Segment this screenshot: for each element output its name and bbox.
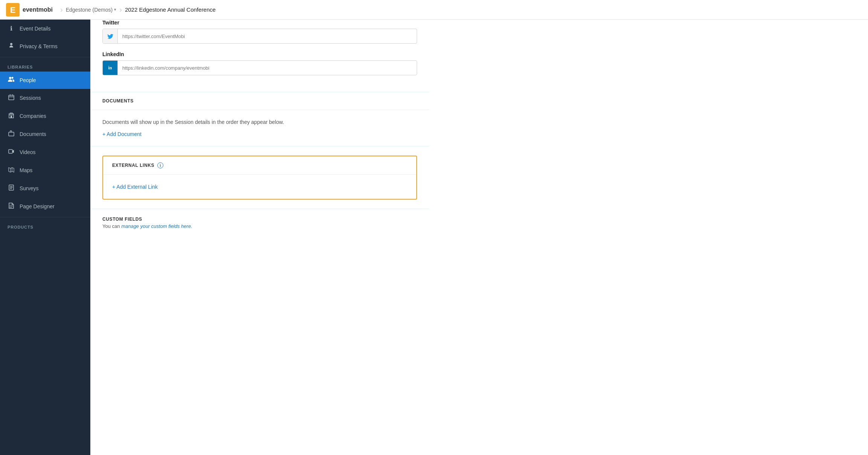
linkedin-field-group: LinkedIn in	[102, 51, 417, 75]
breadcrumb-separator-1: ›	[60, 5, 63, 14]
svg-rect-5	[9, 132, 14, 136]
add-document-button[interactable]: + Add Document	[102, 131, 142, 137]
external-links-section-label: EXTERNAL LINKS	[112, 163, 154, 168]
sidebar-item-label: Sessions	[20, 95, 41, 101]
logo-area[interactable]: E eventmobi	[6, 3, 53, 17]
documents-section-body: Documents will show up in the Session de…	[90, 110, 429, 147]
sidebar-item-label: Surveys	[20, 185, 39, 191]
svg-rect-6	[9, 150, 12, 153]
external-links-body: + Add External Link	[103, 175, 416, 199]
linkedin-input-wrapper: in	[102, 60, 417, 75]
custom-fields-description: You can manage your custom fields here.	[102, 223, 417, 229]
twitter-section: Twitter LinkedIn in	[90, 20, 429, 92]
sidebar-item-documents[interactable]: Documents	[0, 125, 90, 143]
twitter-label: Twitter	[102, 20, 417, 26]
map-icon	[8, 166, 15, 174]
sidebar-item-label: Event Details	[20, 26, 50, 32]
sidebar-item-surveys[interactable]: Surveys	[0, 179, 90, 197]
sidebar-item-label: Documents	[20, 131, 46, 137]
custom-fields-title: CUSTOM FIELDS	[102, 217, 417, 222]
custom-fields-link[interactable]: manage your custom fields here.	[121, 223, 192, 229]
linkedin-input[interactable]	[118, 61, 417, 75]
logo-text: eventmobi	[23, 6, 53, 13]
sidebar-divider-1	[0, 57, 90, 57]
breadcrumb-org[interactable]: Edgestone (Demos) ▾	[66, 7, 117, 13]
main-layout: ℹ Event Details Privacy & Terms LIBRARIE…	[0, 20, 868, 455]
sidebar-item-label: Maps	[20, 167, 32, 173]
documents-section-label: DOCUMENTS	[102, 98, 134, 104]
custom-fields-section: CUSTOM FIELDS You can manage your custom…	[90, 209, 429, 231]
building-icon	[8, 112, 15, 120]
svg-rect-4	[11, 116, 12, 118]
sidebar-item-privacy-terms[interactable]: Privacy & Terms	[0, 37, 90, 55]
user-shield-icon	[8, 43, 15, 50]
sidebar-item-maps[interactable]: Maps	[0, 161, 90, 179]
sidebar-item-label: Companies	[20, 113, 46, 119]
video-icon	[8, 148, 15, 156]
sidebar-item-videos[interactable]: Videos	[0, 143, 90, 161]
sidebar-item-label: Page Designer	[20, 203, 55, 209]
external-links-header: EXTERNAL LINKS i	[103, 156, 416, 175]
add-external-link-label: + Add External Link	[112, 184, 158, 190]
main-content: Twitter LinkedIn in	[90, 20, 868, 455]
twitter-icon	[103, 29, 118, 43]
org-dropdown-icon: ▾	[114, 7, 116, 12]
add-document-label: + Add Document	[102, 131, 142, 137]
products-section-label: PRODUCTS	[0, 219, 90, 232]
sidebar-item-label: Videos	[20, 149, 36, 155]
twitter-input[interactable]	[118, 29, 417, 43]
page-icon	[8, 203, 15, 210]
linkedin-icon: in	[103, 61, 118, 75]
breadcrumb-separator-2: ›	[119, 5, 122, 14]
org-name-label: Edgestone (Demos)	[66, 7, 113, 13]
svg-rect-2	[9, 95, 14, 100]
sidebar-item-page-designer[interactable]: Page Designer	[0, 197, 90, 215]
info-icon[interactable]: i	[157, 162, 163, 168]
people-icon	[8, 77, 15, 84]
sidebar-divider-2	[0, 217, 90, 217]
sidebar-item-sessions[interactable]: Sessions	[0, 89, 90, 107]
sidebar-item-label: Privacy & Terms	[20, 43, 58, 49]
survey-icon	[8, 185, 15, 192]
documents-description: Documents will show up in the Session de…	[102, 119, 417, 125]
briefcase-icon	[8, 130, 15, 138]
external-links-container: EXTERNAL LINKS i + Add External Link	[90, 147, 429, 209]
content-inner: Twitter LinkedIn in	[90, 20, 429, 231]
sidebar: ℹ Event Details Privacy & Terms LIBRARIE…	[0, 20, 90, 455]
documents-section-header: DOCUMENTS	[90, 92, 429, 110]
twitter-field-group: Twitter	[102, 20, 417, 44]
sidebar-item-label: People	[20, 77, 36, 83]
event-name-label: 2022 Edgestone Annual Conference	[125, 6, 216, 13]
custom-fields-desc-prefix: You can	[102, 223, 121, 229]
calendar-icon	[8, 94, 15, 102]
info-circle-icon: ℹ	[8, 25, 15, 32]
sidebar-item-people[interactable]: People	[0, 72, 90, 89]
eventmobi-logo: E	[6, 3, 20, 17]
libraries-section-label: LIBRARIES	[0, 59, 90, 72]
add-external-link-button[interactable]: + Add External Link	[112, 184, 158, 190]
sidebar-item-event-details[interactable]: ℹ Event Details	[0, 20, 90, 37]
sidebar-item-companies[interactable]: Companies	[0, 107, 90, 125]
svg-text:E: E	[10, 5, 16, 15]
external-links-box: EXTERNAL LINKS i + Add External Link	[102, 156, 417, 200]
linkedin-label: LinkedIn	[102, 51, 417, 57]
breadcrumb-event: 2022 Edgestone Annual Conference	[125, 6, 216, 13]
twitter-input-wrapper	[102, 29, 417, 44]
top-header: E eventmobi › Edgestone (Demos) ▾ › 2022…	[0, 0, 868, 20]
